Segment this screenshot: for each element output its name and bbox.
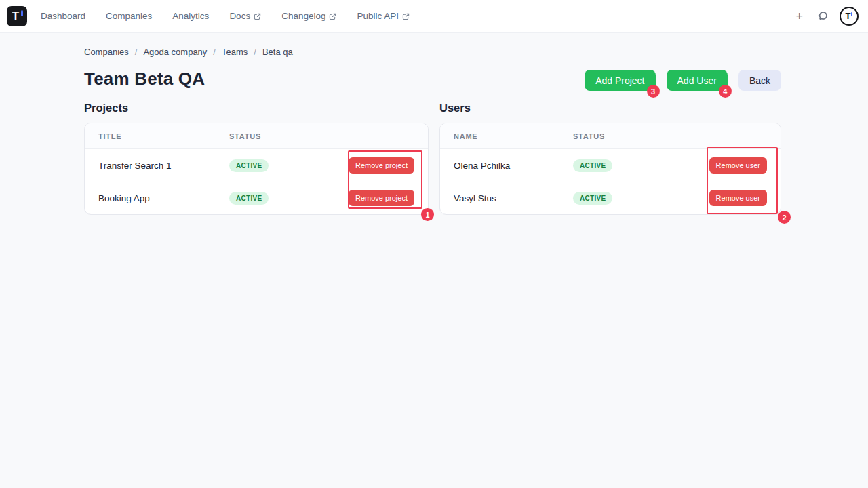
remove-user-button[interactable]: Remove user bbox=[709, 157, 767, 174]
nav-changelog-label: Changelog bbox=[281, 11, 326, 21]
user-name: Vasyl Stus bbox=[454, 193, 573, 203]
nav-companies-label: Companies bbox=[106, 11, 152, 21]
avatar-logo-accent bbox=[851, 12, 853, 16]
nav-dashboard[interactable]: Dashboard bbox=[41, 11, 85, 21]
user-avatar[interactable]: T bbox=[840, 7, 859, 26]
table-row: Vasyl Stus ACTIVE Remove user bbox=[440, 182, 781, 214]
remove-project-button[interactable]: Remove project bbox=[349, 190, 414, 206]
projects-table-header: TITLE STATUS bbox=[85, 123, 428, 149]
breadcrumb-item-agoda-company[interactable]: Agoda company bbox=[143, 47, 207, 57]
nav-docs-label: Docs bbox=[229, 11, 250, 21]
column-header-status: STATUS bbox=[573, 132, 767, 140]
nav-changelog[interactable]: Changelog bbox=[281, 11, 336, 21]
project-title: Booking App bbox=[98, 193, 229, 203]
users-table-header: NAME STATUS bbox=[440, 123, 781, 149]
annotation-badge-3: 3 bbox=[647, 85, 660, 98]
topbar-actions: + T bbox=[793, 7, 859, 26]
back-label: Back bbox=[749, 75, 770, 86]
column-header-status: STATUS bbox=[229, 132, 414, 140]
add-user-button[interactable]: Add User 4 bbox=[667, 70, 728, 91]
status-badge: ACTIVE bbox=[573, 159, 612, 172]
external-link-icon bbox=[254, 13, 261, 20]
status-badge: ACTIVE bbox=[229, 192, 269, 205]
main-nav: Dashboard Companies Analytics Docs Chang… bbox=[41, 11, 410, 21]
back-button[interactable]: Back bbox=[738, 70, 781, 91]
users-section-title: Users bbox=[439, 102, 781, 115]
add-user-label: Add User bbox=[677, 75, 717, 86]
search-icon[interactable] bbox=[816, 9, 829, 23]
nav-public-api[interactable]: Public API bbox=[357, 11, 410, 21]
nav-dashboard-label: Dashboard bbox=[41, 11, 85, 21]
logo-accent-mark bbox=[21, 10, 24, 16]
nav-docs[interactable]: Docs bbox=[229, 11, 261, 21]
external-link-icon bbox=[402, 13, 410, 20]
projects-table: TITLE STATUS Transfer Search 1 ACTIVE Re… bbox=[84, 123, 429, 215]
table-row: Transfer Search 1 ACTIVE Remove project bbox=[85, 149, 428, 182]
breadcrumb-item-beta-qa[interactable]: Beta qa bbox=[262, 47, 293, 57]
add-project-label: Add Project bbox=[595, 75, 644, 86]
remove-user-button[interactable]: Remove user bbox=[709, 190, 767, 206]
app-logo[interactable]: T bbox=[7, 6, 27, 26]
users-table: NAME STATUS Olena Pchilka ACTIVE Remove … bbox=[439, 123, 781, 215]
breadcrumb-separator: / bbox=[254, 47, 256, 57]
logo-letter: T bbox=[12, 10, 19, 22]
status-badge: ACTIVE bbox=[229, 159, 269, 172]
table-row: Olena Pchilka ACTIVE Remove user bbox=[440, 149, 781, 182]
plus-icon[interactable]: + bbox=[793, 9, 806, 24]
projects-section-title: Projects bbox=[84, 102, 429, 115]
avatar-logo-letter: T bbox=[846, 12, 851, 20]
page-title: Team Beta QA bbox=[84, 68, 205, 89]
users-section: Users NAME STATUS Olena Pchilka ACTIVE R… bbox=[439, 102, 781, 215]
breadcrumb-separator: / bbox=[135, 47, 138, 57]
nav-public-api-label: Public API bbox=[357, 11, 399, 21]
breadcrumb: Companies / Agoda company / Teams / Beta… bbox=[84, 47, 293, 57]
breadcrumb-separator: / bbox=[213, 47, 216, 57]
remove-project-button[interactable]: Remove project bbox=[349, 157, 414, 174]
add-project-button[interactable]: Add Project 3 bbox=[585, 70, 655, 91]
page-actions: Add Project 3 Add User 4 Back bbox=[585, 70, 781, 91]
column-header-name: NAME bbox=[454, 132, 573, 140]
nav-companies[interactable]: Companies bbox=[106, 11, 152, 21]
nav-analytics[interactable]: Analytics bbox=[172, 11, 209, 21]
project-title: Transfer Search 1 bbox=[98, 161, 229, 171]
breadcrumb-item-teams[interactable]: Teams bbox=[222, 47, 248, 57]
nav-analytics-label: Analytics bbox=[172, 11, 209, 21]
column-header-title: TITLE bbox=[98, 132, 229, 140]
external-link-icon bbox=[329, 13, 336, 20]
topbar: T Dashboard Companies Analytics Docs Cha… bbox=[0, 0, 868, 33]
status-badge: ACTIVE bbox=[573, 192, 612, 205]
projects-section: Projects TITLE STATUS Transfer Search 1 … bbox=[84, 102, 429, 215]
user-name: Olena Pchilka bbox=[454, 161, 573, 171]
breadcrumb-item-companies[interactable]: Companies bbox=[84, 47, 129, 57]
annotation-badge-4: 4 bbox=[719, 85, 732, 98]
table-row: Booking App ACTIVE Remove project bbox=[85, 182, 428, 214]
